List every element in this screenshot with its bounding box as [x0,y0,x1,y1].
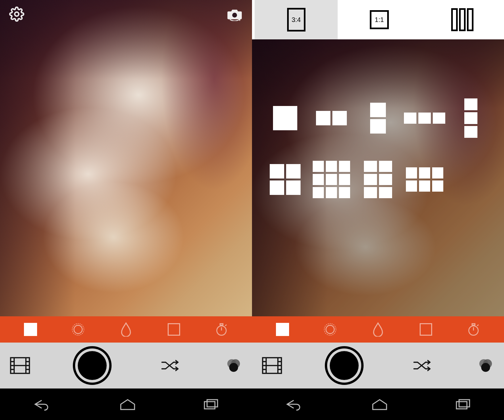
camera-viewfinder[interactable] [0,0,252,316]
nav-home-icon[interactable] [368,398,391,411]
layout-1x2[interactable] [370,103,386,134]
aspect-option-1-1[interactable]: 1:1 [338,0,421,39]
aspect-label: 3:4 [287,8,305,32]
shutter-button[interactable] [327,348,361,383]
svg-point-3 [74,325,82,333]
color-filter-icon[interactable] [225,357,242,374]
shutter-button[interactable] [75,348,109,383]
aspect-option-3-4[interactable]: 3:4 [255,0,338,39]
filmstrip-icon[interactable] [10,357,30,374]
android-nav-bar [0,388,252,420]
android-nav-bar [252,388,504,420]
filter-tab-row [252,316,504,343]
tab-drop[interactable] [371,322,385,337]
layout-1x3[interactable] [464,98,477,138]
tab-drop[interactable] [119,322,133,337]
svg-rect-22 [207,400,218,407]
svg-point-1 [232,13,237,18]
tab-lens[interactable] [323,322,337,337]
shuffle-icon[interactable] [160,358,180,373]
tab-layout[interactable] [23,322,38,337]
svg-point-24 [326,325,334,333]
tab-timer[interactable] [466,322,481,337]
phone-screen-left [0,0,252,420]
svg-line-7 [225,325,226,326]
svg-rect-42 [456,402,467,409]
layout-2x3[interactable] [364,161,392,198]
control-bar [0,343,252,388]
svg-point-0 [15,12,19,16]
phone-screen-right: 3:4 1:1 [252,0,504,420]
filmstrip-icon[interactable] [262,357,282,374]
strip-icon [451,8,473,31]
layout-3x1[interactable] [404,113,445,124]
layout-2x1[interactable] [316,111,347,125]
layout-1x1[interactable] [273,106,297,130]
svg-rect-21 [204,402,215,409]
layout-3x3[interactable] [313,161,350,198]
tab-vignette[interactable] [167,322,181,337]
gear-icon[interactable] [9,7,24,23]
nav-recents-icon[interactable] [201,398,221,411]
tab-lens[interactable] [71,322,85,337]
nav-back-icon[interactable] [283,398,306,411]
aspect-label: 1:1 [370,10,389,29]
layout-options-grid [252,79,504,218]
svg-line-28 [477,325,478,326]
tab-timer[interactable] [214,322,229,337]
aspect-option-strip[interactable] [421,0,504,39]
svg-point-41 [481,363,490,372]
tab-vignette[interactable] [419,322,433,337]
nav-back-icon[interactable] [31,398,54,411]
aspect-ratio-bar: 3:4 1:1 [252,0,504,39]
layout-3x2[interactable] [406,167,443,192]
filter-tab-row [0,316,252,343]
shuffle-icon[interactable] [412,358,432,373]
svg-point-20 [229,363,238,372]
camera-viewfinder[interactable] [252,39,504,316]
svg-rect-6 [220,324,223,325]
svg-rect-43 [459,400,470,407]
svg-rect-27 [472,324,475,325]
color-filter-icon[interactable] [477,357,494,374]
live-preview-photo [0,0,252,316]
layout-2x2[interactable] [270,164,301,195]
nav-home-icon[interactable] [116,398,139,411]
nav-recents-icon[interactable] [453,398,473,411]
tab-layout[interactable] [275,322,290,337]
control-bar [252,343,504,388]
camera-flip-icon[interactable] [226,7,243,22]
